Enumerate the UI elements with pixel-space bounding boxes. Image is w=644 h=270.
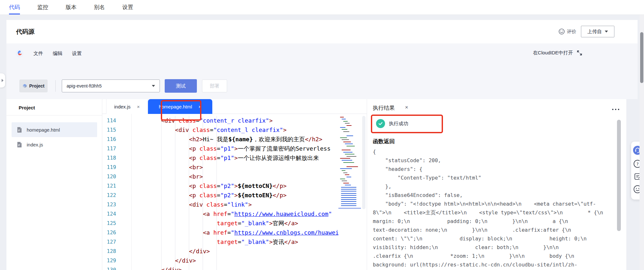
file-icon bbox=[17, 127, 22, 133]
code-line: 123 <div class="link"> bbox=[102, 200, 367, 209]
close-icon[interactable]: × bbox=[137, 104, 140, 109]
file-item[interactable]: index.js bbox=[12, 137, 97, 152]
test-button[interactable]: 测试 bbox=[165, 79, 197, 93]
svg-text:?: ? bbox=[637, 162, 639, 166]
divider bbox=[6, 115, 102, 116]
status-badge: 执行成功 bbox=[389, 121, 408, 127]
workspace-panes: Project homepage.htmlindex.js index.js×h… bbox=[6, 99, 638, 270]
page-title: 代码源 bbox=[16, 28, 34, 36]
editor-tab[interactable]: index.js× bbox=[106, 99, 148, 114]
code-line: 128 </div> bbox=[102, 247, 367, 256]
code-line: 122 <p class="p2">${mottoEN}</p> bbox=[102, 191, 367, 200]
file-name: homepage.html bbox=[27, 127, 60, 133]
deploy-button-disabled: 部署 bbox=[202, 79, 227, 92]
code-line: 117 <p class="p1">一个掌握了流量密码的Serverless bbox=[102, 144, 367, 153]
chevron-right-icon bbox=[2, 79, 4, 82]
project-menu-button[interactable]: Project bbox=[19, 79, 48, 92]
upload-from-button[interactable]: 上传自 bbox=[581, 26, 614, 37]
file-name: index.js bbox=[27, 142, 43, 147]
output-line: "body": "<!doctype html>\n<html>\n\n<hea… bbox=[373, 200, 615, 208]
feedback-button[interactable]: 评价 bbox=[558, 28, 576, 35]
code-line: 129 </div> bbox=[102, 256, 367, 265]
functiongraph-logo-icon bbox=[15, 49, 24, 58]
editor-scrollbar[interactable] bbox=[362, 116, 365, 209]
project-explorer: Project homepage.htmlindex.js bbox=[6, 99, 102, 270]
code-line: 130 </div> bbox=[102, 265, 367, 270]
editor-tabbar: index.js×homepage.html× bbox=[102, 99, 367, 114]
function-nav-tabs: 代码监控版本别名设置 bbox=[0, 0, 644, 15]
code-editor: index.js×homepage.html× 114 <div class="… bbox=[102, 99, 367, 270]
output-line: "Content-Type": "text/html" bbox=[373, 173, 615, 182]
output-line: "headers": { bbox=[373, 165, 615, 173]
output-line: content: \"\";\n display: block;\n heigh… bbox=[373, 234, 615, 243]
menu-item[interactable]: 设置 bbox=[72, 51, 82, 57]
output-line: .clearfix {\n *zoom: 1;\n }\n\n body {\n bbox=[373, 252, 615, 260]
code-source-card: 代码源 评价 上传自 文件编辑设置 bbox=[6, 20, 638, 270]
execution-result-panel: 执行结果 × 执行成功 函数返回 { "statusCode": 200, "h… bbox=[367, 99, 626, 270]
output-line: 8\">\n <title>主页</title>\n <style type=\… bbox=[373, 208, 615, 217]
output-line: }, bbox=[373, 182, 615, 191]
code-area[interactable]: 114 <div class="content_r clearfix">115 … bbox=[102, 114, 367, 270]
menu-item[interactable]: 文件 bbox=[33, 51, 43, 57]
explorer-title: Project bbox=[19, 105, 35, 110]
page-scrollbar-thumb[interactable] bbox=[640, 32, 643, 83]
nav-tab[interactable]: 代码 bbox=[9, 0, 20, 14]
project-button-label: Project bbox=[29, 83, 44, 88]
code-line: 120 <br> bbox=[102, 172, 367, 181]
code-line: 118 <p class="p1">一个让你从资源运维中解放出来 bbox=[102, 153, 367, 163]
chevron-down-icon bbox=[152, 85, 155, 87]
output-line: margin: 0;\n padding: 0;\n }\n\n a {\n bbox=[373, 217, 615, 226]
upload-from-label: 上传自 bbox=[587, 29, 602, 35]
code-line: 126 <a href="https://www.cnblogs.com/hua… bbox=[102, 228, 367, 237]
function-return-title: 函数返回 bbox=[373, 138, 395, 145]
code-line: 125 target="_blank">官网</a> bbox=[102, 219, 367, 228]
divider bbox=[55, 80, 56, 92]
sidebar-expand-handle[interactable] bbox=[0, 73, 5, 88]
open-in-cloudide-label: 在CloudIDE中打开 bbox=[533, 50, 573, 56]
project-cube-icon bbox=[23, 84, 27, 88]
code-line: 121 <p class="p2">${mottoCN}</p> bbox=[102, 181, 367, 191]
editor-tab[interactable]: homepage.html× bbox=[148, 99, 212, 114]
expand-icon bbox=[577, 50, 582, 56]
output-line: background: url(https://res-static.hc-cd… bbox=[373, 260, 615, 269]
execution-status: 执行成功 bbox=[376, 119, 408, 128]
nav-tab[interactable]: 版本 bbox=[66, 0, 77, 14]
action-bar: Project apig-event-ft3hh5 测试 部署 bbox=[6, 77, 638, 92]
editor-tab-label: homepage.html bbox=[159, 104, 192, 109]
close-icon[interactable]: × bbox=[405, 104, 408, 111]
code-line: 114 <div class="content_r clearfix"> bbox=[102, 116, 367, 125]
file-list: homepage.htmlindex.js bbox=[12, 122, 97, 152]
code-line: 115 <div class="content_l clearfix"> bbox=[102, 125, 367, 135]
open-in-cloudide-link[interactable]: 在CloudIDE中打开 bbox=[533, 50, 582, 56]
editor-minimap[interactable] bbox=[338, 116, 361, 222]
page-scrollbar-track[interactable] bbox=[639, 15, 644, 270]
file-item[interactable]: homepage.html bbox=[12, 122, 97, 137]
file-icon bbox=[17, 142, 22, 148]
more-menu-icon[interactable] bbox=[611, 106, 620, 111]
code-line: 127 target="_blank">资讯</a> bbox=[102, 237, 367, 247]
output-line: text-decoration: none;\n }\n\n .clearfix… bbox=[373, 226, 615, 234]
result-panel-title: 执行结果 bbox=[373, 104, 395, 112]
menu-item[interactable]: 编辑 bbox=[53, 51, 62, 57]
output-line: visibility: hidden;\n clear: both;\n }\n… bbox=[373, 243, 615, 252]
nav-tab[interactable]: 设置 bbox=[122, 0, 133, 14]
feedback-label: 评价 bbox=[567, 29, 576, 35]
chevron-down-icon bbox=[605, 31, 608, 33]
close-icon[interactable]: × bbox=[198, 104, 201, 109]
result-scrollbar[interactable] bbox=[617, 120, 621, 231]
function-select[interactable]: apig-event-ft3hh5 bbox=[62, 79, 160, 92]
function-return-output: { "statusCode": 200, "headers": { "Conte… bbox=[373, 147, 615, 270]
code-line: 119 <br> bbox=[102, 163, 367, 172]
function-select-value: apig-event-ft3hh5 bbox=[67, 83, 102, 88]
ide-toolbar-zone: 文件编辑设置 在CloudIDE中打开 Project apig-event-f… bbox=[6, 43, 638, 99]
output-line: "isBase64Encoded": false, bbox=[373, 191, 615, 200]
nav-tab[interactable]: 别名 bbox=[94, 0, 105, 14]
editor-tab-label: index.js bbox=[114, 104, 131, 109]
ide-menu-bar: 文件编辑设置 bbox=[15, 49, 82, 58]
success-check-icon bbox=[376, 119, 385, 128]
app-window: 代码监控版本别名设置 代码源 评价 上传自 bbox=[0, 0, 644, 270]
code-line: 124 <a href="https://www.huaweicloud.com… bbox=[102, 209, 367, 219]
output-line: "statusCode": 200, bbox=[373, 156, 615, 165]
nav-tab[interactable]: 监控 bbox=[37, 0, 48, 14]
card-header: 代码源 评价 上传自 bbox=[6, 20, 638, 43]
